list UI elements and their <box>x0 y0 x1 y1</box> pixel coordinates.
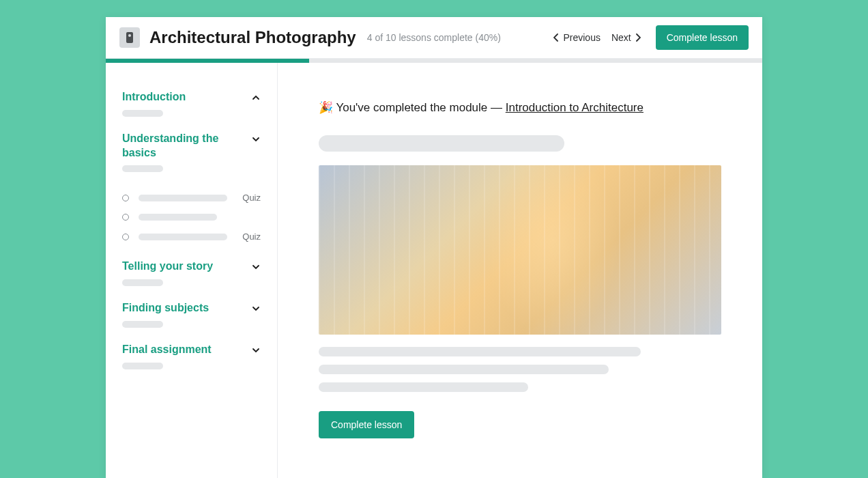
next-label: Next <box>611 32 631 43</box>
chevron-down-icon <box>251 304 261 313</box>
party-emoji: 🎉 <box>319 101 333 114</box>
svg-point-1 <box>128 34 131 37</box>
lesson-tag: Quiz <box>242 193 261 203</box>
progress-fill <box>106 59 309 63</box>
skeleton-line <box>319 347 641 356</box>
module-title: Finding subjects <box>122 301 209 315</box>
completion-prefix: You've completed the module — <box>336 101 505 114</box>
course-thumbnail <box>119 27 140 48</box>
module-telling-story[interactable]: Telling your story <box>106 259 277 301</box>
skeleton-pill <box>319 135 564 152</box>
module-title: Introduction <box>122 90 186 104</box>
complete-lesson-button-main[interactable]: Complete lesson <box>319 411 414 438</box>
skeleton-line <box>139 195 227 201</box>
lesson-item[interactable]: Quiz <box>106 187 277 208</box>
skeleton-line <box>139 214 217 221</box>
chevron-down-icon <box>251 135 261 144</box>
skeleton-line <box>122 279 163 286</box>
module-finding-subjects[interactable]: Finding subjects <box>106 301 277 343</box>
chevron-left-icon <box>553 33 559 42</box>
complete-lesson-button-header[interactable]: Complete lesson <box>656 25 749 50</box>
module-understanding-basics[interactable]: Understanding the basics <box>106 132 277 188</box>
skeleton-line <box>319 382 528 392</box>
svg-rect-0 <box>126 32 133 43</box>
chevron-up-icon <box>251 93 261 102</box>
module-final-assignment[interactable]: Final assignment <box>106 343 277 384</box>
completion-message: 🎉 You've completed the module — Introduc… <box>319 100 721 115</box>
status-circle-icon <box>122 214 129 221</box>
previous-label: Previous <box>563 32 600 43</box>
body: Introduction Understanding the basics Qu… <box>106 63 762 478</box>
header: Architectural Photography 4 of 10 lesson… <box>106 17 762 59</box>
module-title: Understanding the basics <box>122 132 245 160</box>
previous-button[interactable]: Previous <box>548 28 605 47</box>
module-title: Telling your story <box>122 259 213 274</box>
module-link[interactable]: Introduction to Architecture <box>506 101 643 114</box>
main-content: 🎉 You've completed the module — Introduc… <box>278 63 762 478</box>
hero-image <box>319 165 721 335</box>
lesson-tag: Quiz <box>242 231 261 242</box>
sidebar: Introduction Understanding the basics Qu… <box>106 63 278 478</box>
status-circle-icon <box>122 195 129 201</box>
course-title: Architectural Photography <box>149 28 356 47</box>
next-button[interactable]: Next <box>606 28 646 47</box>
module-title: Final assignment <box>122 343 212 357</box>
lesson-item[interactable] <box>106 208 277 226</box>
module-introduction[interactable]: Introduction <box>106 90 277 132</box>
skeleton-line <box>139 234 227 240</box>
chevron-down-icon <box>251 262 261 272</box>
progress-text: 4 of 10 lessons complete (40%) <box>367 32 549 43</box>
app-window: Architectural Photography 4 of 10 lesson… <box>106 17 762 478</box>
status-circle-icon <box>122 234 129 240</box>
progress-bar <box>106 59 762 63</box>
skeleton-line <box>122 321 163 328</box>
chevron-right-icon <box>635 33 641 42</box>
skeleton-line <box>122 110 163 117</box>
lesson-item[interactable]: Quiz <box>106 226 277 247</box>
chevron-down-icon <box>251 346 261 355</box>
skeleton-line <box>122 363 163 369</box>
skeleton-line <box>122 165 163 172</box>
skeleton-line <box>319 365 609 374</box>
